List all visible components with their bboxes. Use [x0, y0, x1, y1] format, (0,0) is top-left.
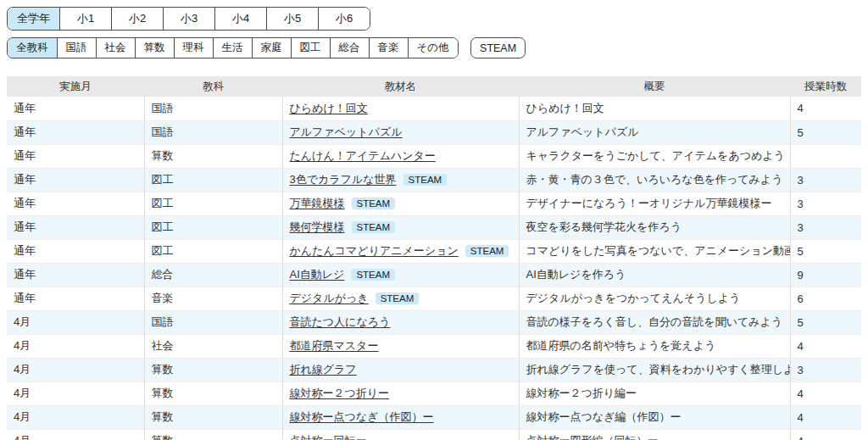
- month-cell: 4月: [7, 382, 144, 405]
- month-cell: 通年: [7, 144, 144, 168]
- material-link[interactable]: 都道府県マスター: [290, 339, 379, 352]
- grade-tab-5[interactable]: 小5: [266, 8, 318, 30]
- hours-cell: 9: [790, 263, 861, 287]
- summary-cell: 音読の様子をろく音し、自分の音読を聞いてみよう: [519, 310, 790, 334]
- subject-tab-4[interactable]: 理科: [174, 38, 213, 58]
- table-row: 4月 算数 線対称ー２つ折りー 線対称ー２つ折り編ー 4: [7, 382, 861, 405]
- subject-cell: 図工: [144, 239, 282, 263]
- material-link[interactable]: 折れ線グラフ: [290, 363, 357, 376]
- grade-tab-0[interactable]: 全学年: [8, 8, 59, 30]
- material-link[interactable]: 線対称ー２つ折りー: [290, 387, 390, 399]
- subject-cell: 社会: [144, 334, 282, 358]
- material-link[interactable]: アルファベットパズル: [290, 125, 403, 138]
- summary-cell: デザイナーになろう！ーオリジナル万華鏡模様ー: [519, 192, 790, 215]
- material-cell: 折れ線グラフ: [282, 358, 519, 382]
- month-cell: 通年: [7, 168, 144, 192]
- steam-badge: STEAM: [376, 292, 420, 304]
- filters-block: 全学年小1小2小3小4小5小6 全教科国語社会算数理科生活家庭図工総合音楽その他…: [7, 7, 861, 58]
- material-cell: 3色でカラフルな世界STEAM: [282, 168, 519, 192]
- summary-cell: AI自動レジを作ろう: [519, 263, 790, 287]
- subject-cell: 総合: [144, 263, 282, 287]
- material-cell: ひらめけ！回文: [282, 97, 519, 120]
- material-cell: たんけん！アイテムハンター: [282, 144, 519, 168]
- summary-cell: コマどりをした写真をつないで、アニメーション動画を作ろう: [519, 239, 790, 263]
- table-row: 通年 図工 万華鏡模様STEAM デザイナーになろう！ーオリジナル万華鏡模様ー …: [7, 192, 861, 215]
- grade-tab-1[interactable]: 小1: [59, 8, 111, 30]
- month-cell: 通年: [7, 192, 144, 215]
- hours-cell: [790, 144, 861, 168]
- subject-tab-7[interactable]: 図工: [291, 38, 330, 58]
- material-cell: 都道府県マスター: [282, 334, 519, 358]
- grade-tab-4[interactable]: 小4: [214, 8, 266, 30]
- subject-tab-6[interactable]: 家庭: [252, 38, 291, 58]
- material-link[interactable]: 点対称ー回転ー: [290, 434, 367, 440]
- month-cell: 4月: [7, 358, 144, 382]
- table-row: 通年 図工 3色でカラフルな世界STEAM 赤・黄・青の３色で、いろいろな色を作…: [7, 168, 861, 192]
- month-cell: 通年: [7, 120, 144, 144]
- material-link[interactable]: AI自動レジ: [290, 268, 345, 281]
- subject-cell: 国語: [144, 97, 282, 120]
- subject-tab-3[interactable]: 算数: [135, 38, 174, 58]
- subject-tab-1[interactable]: 国語: [57, 38, 96, 58]
- material-cell: 線対称ー点つなぎ（作図）ー: [282, 405, 519, 429]
- material-link[interactable]: 音読たつ人になろう: [290, 315, 391, 328]
- subject-tab-8[interactable]: 総合: [330, 38, 369, 58]
- grade-tab-6[interactable]: 小6: [318, 8, 370, 30]
- month-cell: 4月: [7, 429, 144, 440]
- material-link[interactable]: 線対称ー点つなぎ（作図）ー: [290, 410, 434, 423]
- subject-cell: 算数: [144, 144, 282, 168]
- table-row: 通年 図工 かんたんコマどりアニメーションSTEAM コマどりをした写真をつない…: [7, 239, 861, 263]
- column-header-subject: 教科: [144, 76, 282, 97]
- table-header: 実施月 教科 教材名 概要 授業時数: [7, 76, 861, 97]
- grade-filter-row: 全学年小1小2小3小4小5小6: [7, 7, 861, 31]
- summary-cell: 赤・黄・青の３色で、いろいろな色を作ってみよう: [519, 168, 790, 192]
- grade-tab-2[interactable]: 小2: [111, 8, 163, 30]
- month-cell: 通年: [7, 239, 144, 263]
- summary-cell: 夜空を彩る幾何学花火を作ろう: [519, 215, 790, 239]
- summary-cell: キャラクターをうごかして、アイテムをあつめよう: [519, 144, 790, 168]
- summary-cell: 線対称ー２つ折り編ー: [519, 382, 790, 405]
- material-link[interactable]: ひらめけ！回文: [290, 102, 368, 114]
- grade-tab-3[interactable]: 小3: [163, 8, 214, 30]
- subject-tab-9[interactable]: 音楽: [369, 38, 408, 58]
- material-link[interactable]: 3色でカラフルな世界: [290, 173, 397, 186]
- hours-cell: 5: [790, 239, 861, 263]
- hours-cell: 3: [790, 192, 861, 215]
- steam-badge: STEAM: [465, 245, 509, 257]
- page: 全学年小1小2小3小4小5小6 全教科国語社会算数理科生活家庭図工総合音楽その他…: [0, 0, 868, 440]
- table-row: 通年 算数 たんけん！アイテムハンター キャラクターをうごかして、アイテムをあつ…: [7, 144, 861, 168]
- steam-filter-button[interactable]: STEAM: [470, 37, 526, 58]
- material-link[interactable]: たんけん！アイテムハンター: [290, 149, 436, 162]
- month-cell: 4月: [7, 334, 144, 358]
- material-link[interactable]: 幾何学模様: [290, 220, 345, 233]
- material-link[interactable]: デジタルがっき: [290, 292, 369, 304]
- hours-cell: 4: [790, 334, 861, 358]
- subject-tab-5[interactable]: 生活: [213, 38, 252, 58]
- table-row: 4月 算数 線対称ー点つなぎ（作図）ー 線対称ー点つなぎ編（作図）ー 4: [7, 405, 861, 429]
- hours-cell: 3: [790, 168, 861, 192]
- material-link[interactable]: かんたんコマどりアニメーション: [290, 244, 459, 257]
- material-cell: 万華鏡模様STEAM: [282, 192, 519, 215]
- summary-cell: ひらめけ！回文: [519, 97, 790, 120]
- subject-cell: 図工: [144, 168, 282, 192]
- summary-cell: 都道府県の名前や特ちょうを覚えよう: [519, 334, 790, 358]
- subject-cell: 算数: [144, 405, 282, 429]
- month-cell: 通年: [7, 215, 144, 239]
- material-cell: アルファベットパズル: [282, 120, 519, 144]
- summary-cell: 点対称ー図形編（回転）ー: [519, 429, 790, 440]
- steam-badge: STEAM: [403, 174, 448, 186]
- material-cell: かんたんコマどりアニメーションSTEAM: [282, 239, 519, 263]
- table-row: 通年 総合 AI自動レジSTEAM AI自動レジを作ろう 9: [7, 263, 861, 287]
- subject-tab-2[interactable]: 社会: [96, 38, 135, 58]
- subject-tab-10[interactable]: その他: [408, 38, 458, 58]
- summary-cell: 折れ線グラフを使って、資料をわかりやすく整理しよう: [519, 358, 790, 382]
- table-row: 4月 算数 折れ線グラフ 折れ線グラフを使って、資料をわかりやすく整理しよう 3: [7, 358, 861, 382]
- grade-tab-group: 全学年小1小2小3小4小5小6: [7, 7, 370, 31]
- material-link[interactable]: 万華鏡模様: [290, 197, 345, 209]
- month-cell: 通年: [7, 97, 144, 120]
- subject-cell: 算数: [144, 382, 282, 405]
- subject-tab-group: 全教科国語社会算数理科生活家庭図工総合音楽その他: [7, 37, 459, 58]
- hours-cell: 3: [790, 358, 861, 382]
- month-cell: 通年: [7, 263, 144, 287]
- subject-tab-0[interactable]: 全教科: [8, 38, 57, 58]
